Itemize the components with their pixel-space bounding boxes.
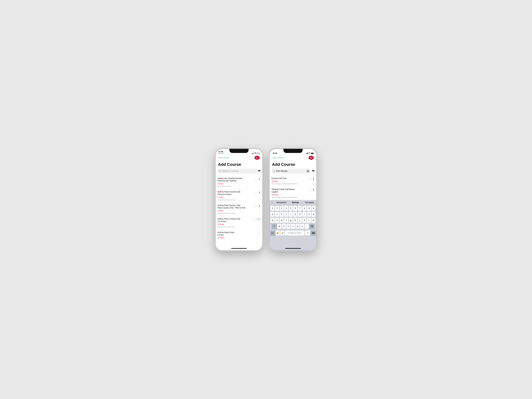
key-u[interactable]: u	[298, 212, 302, 217]
key-space[interactable]: EN FR Microsoft SwiftKey	[285, 231, 304, 236]
key-h[interactable]: h	[293, 218, 297, 223]
info-icon-2[interactable]: i	[254, 191, 257, 194]
key-delete[interactable]: ⌫	[309, 224, 314, 229]
info-icon-2-2[interactable]: i	[309, 189, 311, 191]
download-icon-2-2[interactable]: ⬇	[312, 188, 315, 192]
predictive-springs[interactable]: Springs	[288, 201, 302, 204]
status-icons-2	[306, 153, 314, 154]
page-title-2: Add Course	[270, 161, 317, 169]
key-9[interactable]: 9	[307, 206, 311, 211]
content-1: Add Course 🔍 Search for a course 🗺 Jardi…	[215, 161, 262, 247]
svg-text:HEUER: HEUER	[310, 158, 312, 159]
key-f[interactable]: f	[284, 218, 288, 223]
key-5[interactable]: 5	[289, 206, 293, 211]
key-6[interactable]: 6	[293, 206, 297, 211]
signal-icon-2	[306, 153, 308, 154]
tag-heuer-logo-2: TAG HEUER	[308, 155, 314, 160]
download-icon-2[interactable]: ⬇	[258, 191, 260, 194]
download-icon-1[interactable]: ⬇	[258, 177, 260, 180]
key-r[interactable]: r	[284, 212, 288, 217]
predictive-springsteen[interactable]: Springsteen	[274, 201, 288, 204]
info-icon-3[interactable]: i	[254, 205, 257, 207]
key-row-azerty: a z e r t y u i o p	[270, 212, 316, 217]
info-icon-4[interactable]: i	[253, 218, 256, 221]
key-k[interactable]: k	[303, 218, 306, 223]
key-0[interactable]: 0	[312, 206, 316, 211]
map-icon-1[interactable]: 🗺	[258, 169, 260, 173]
key-x[interactable]: x	[282, 224, 286, 229]
key-row-qsdfg: q s d f g h j k l m	[270, 218, 316, 223]
battery-icon-1	[257, 153, 260, 154]
predictive-plus: +	[270, 201, 274, 204]
course-item-2[interactable]: Golf du Paris Country Club Parcours 9 tr…	[217, 189, 260, 202]
key-q[interactable]: q	[271, 218, 274, 223]
download-icon-2-1[interactable]: ⬇	[312, 177, 315, 180]
key-w[interactable]: w	[277, 224, 281, 229]
key-p[interactable]: p	[312, 212, 316, 217]
key-s[interactable]: s	[275, 218, 279, 223]
download-icon-3[interactable]: ⬇	[258, 205, 260, 208]
key-b[interactable]: b	[296, 224, 299, 229]
search-placeholder-1: Search for a course	[222, 170, 255, 172]
key-g[interactable]: g	[289, 218, 293, 223]
course-item-4[interactable]: Golf du Paris Country Club 2 x 9 trous 1…	[217, 216, 260, 230]
map-icon-2[interactable]: 🗺	[312, 169, 315, 173]
key-v[interactable]: v	[291, 224, 295, 229]
key-8[interactable]: 8	[303, 206, 306, 211]
search-bar-1[interactable]: 🔍 Search for a course	[217, 169, 257, 174]
key-mic[interactable]: 🎤	[280, 231, 284, 236]
key-t[interactable]: t	[289, 212, 293, 217]
search-bar-2[interactable]: 🔍 Palm Springs ✕	[272, 169, 311, 174]
key-punctuation[interactable]: ?!	[305, 231, 310, 236]
key-e[interactable]: e	[280, 212, 284, 217]
predictive-bar: + Springsteen Springs Springdale	[270, 200, 317, 205]
status-time-1: 17:55	[218, 151, 223, 153]
key-2[interactable]: 2	[275, 206, 279, 211]
key-row-wxcvb: ⇧ w x c v b n ' ⌫	[270, 224, 316, 229]
play-button-4[interactable]: Play	[257, 218, 260, 220]
key-7[interactable]: 7	[298, 206, 302, 211]
nav-bar-2: ‹ My Courses TAG HEUER	[270, 155, 317, 161]
key-a[interactable]: a	[271, 212, 274, 217]
page-title-1: Add Course	[215, 161, 262, 169]
key-y[interactable]: y	[293, 212, 297, 217]
back-button-1[interactable]: ‹ My Courses	[218, 156, 229, 159]
tag-heuer-logo-1: TAG HEUER	[254, 155, 260, 160]
predictive-springdale[interactable]: Springdale	[302, 201, 317, 204]
key-d[interactable]: d	[280, 218, 284, 223]
key-1[interactable]: 1	[271, 206, 274, 211]
key-z[interactable]: z	[275, 212, 279, 217]
key-return[interactable]: ⌨	[311, 231, 316, 236]
course-item-3[interactable]: Golf du Paris Country Club Paris Country…	[217, 202, 260, 216]
phone-2: 16:40	[270, 149, 317, 250]
key-n[interactable]: n	[300, 224, 304, 229]
key-l[interactable]: l	[307, 218, 311, 223]
search-icon-1: 🔍	[219, 170, 221, 172]
key-4[interactable]: 4	[284, 206, 288, 211]
search-value-2: Palm Springs	[276, 170, 306, 172]
key-m[interactable]: m	[312, 218, 316, 223]
wifi-icon-2	[308, 153, 310, 154]
course-item-2-1[interactable]: Escena Golf Club 18 holes Palm Springs, …	[272, 175, 315, 187]
chevron-left-icon-1: ‹	[218, 156, 219, 159]
info-icon-1[interactable]: i	[254, 178, 257, 180]
home-bar-2	[285, 248, 301, 249]
info-icon-5[interactable]: i	[258, 232, 260, 234]
course-list-2: Escena Golf Club 18 holes Palm Springs, …	[270, 175, 317, 200]
key-j[interactable]: j	[298, 218, 302, 223]
key-c[interactable]: c	[286, 224, 290, 229]
key-3[interactable]: 3	[280, 206, 284, 211]
back-button-2[interactable]: ‹ My Courses	[272, 156, 283, 159]
key-o[interactable]: o	[307, 212, 311, 217]
key-i[interactable]: i	[303, 212, 306, 217]
search-clear-2[interactable]: ✕	[307, 170, 309, 172]
key-shift[interactable]: ⇧	[272, 224, 277, 229]
info-icon-2-1[interactable]: i	[309, 178, 311, 180]
course-item-1[interactable]: Jardins des Champs Elysées Parcours des …	[217, 175, 260, 189]
course-item-2-2[interactable]: Tahquitz Creek Golf Resort Legend 18 hol…	[272, 186, 315, 200]
key-123[interactable]: 123	[270, 231, 275, 236]
key-apostrophe[interactable]: '	[305, 224, 309, 229]
content-2: Add Course 🔍 Palm Springs ✕ 🗺 Escena Gol…	[270, 161, 317, 200]
course-item-5[interactable]: Golf de Saint-Cloud Le Vert 18 holes i	[217, 230, 260, 241]
key-emoji[interactable]: 😊	[276, 231, 280, 236]
